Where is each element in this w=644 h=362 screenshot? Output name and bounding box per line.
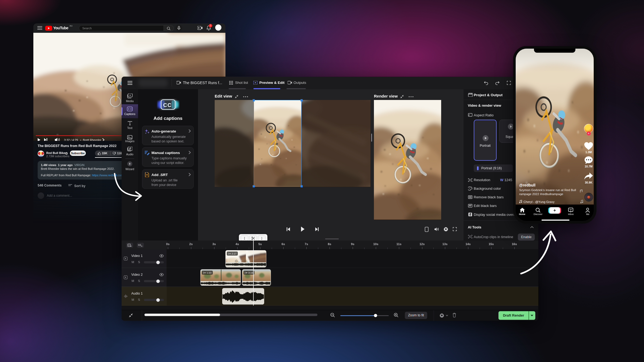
svg-text:CC: CC — [163, 102, 172, 108]
svg-text:•: • — [80, 138, 81, 141]
svg-text:3:32 / 4:29: 3:32 / 4:29 — [64, 138, 78, 141]
svg-text:Brett Rheeder: Brett Rheeder — [83, 138, 101, 141]
